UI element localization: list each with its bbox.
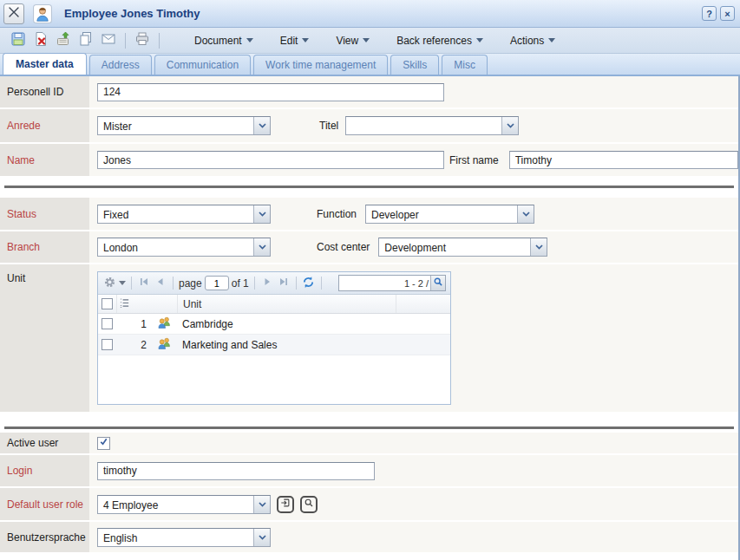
field-label-first-name: First name	[449, 154, 499, 166]
menu-document[interactable]: Document	[193, 32, 255, 49]
previous-page-button[interactable]	[154, 277, 167, 290]
field-label-name: Name	[0, 144, 89, 176]
search-icon	[433, 277, 443, 290]
row-number: 2	[116, 335, 151, 355]
cost-center-select[interactable]: Development	[378, 238, 547, 257]
unit-row-marketing-and-sales[interactable]: 2 Marketing and Sales	[98, 335, 450, 355]
field-label-status: Status	[0, 198, 89, 230]
titlebar-close-button[interactable]: ×	[720, 6, 735, 21]
tab-bar: Master data Address Communication Work t…	[0, 54, 740, 76]
benutzersprache-select[interactable]: English	[97, 528, 271, 547]
default-user-role-select[interactable]: 4 Employee	[97, 495, 271, 514]
chevron-down-icon	[253, 117, 270, 134]
unit-name: Marketing and Sales	[177, 335, 396, 355]
record-range: 1 - 2 /	[339, 278, 430, 289]
form-row-name: Name First name	[0, 144, 738, 176]
titel-select[interactable]	[345, 116, 519, 135]
caret-down-icon	[119, 281, 126, 285]
anrede-select[interactable]: Mister	[97, 116, 271, 135]
toolbar-divider	[173, 277, 174, 290]
menu-actions[interactable]: Actions	[508, 32, 557, 49]
refresh-button[interactable]	[302, 277, 316, 290]
last-page-button[interactable]	[277, 277, 291, 290]
row-checkbox[interactable]	[102, 318, 113, 329]
caret-down-icon	[246, 38, 253, 42]
search-role-button[interactable]	[300, 496, 318, 513]
form-row-status: Status Fixed Function Developer	[0, 198, 738, 230]
select-all-checkbox[interactable]	[102, 298, 113, 309]
menu-bar: Document Edit View Back references Actio…	[193, 32, 557, 49]
search-icon	[304, 498, 314, 511]
goto-icon	[280, 498, 291, 511]
form-row-personell-id: Personell ID	[0, 76, 738, 107]
print-icon	[134, 30, 151, 50]
unit-table-toolbar: page of 1 1 - 2 /	[98, 272, 450, 295]
chevron-down-icon	[501, 117, 518, 134]
gear-icon	[103, 276, 116, 291]
goto-role-button[interactable]	[277, 496, 294, 513]
toolbar-divider	[321, 277, 322, 290]
row-order-icon	[119, 297, 130, 311]
active-user-checkbox[interactable]	[97, 437, 110, 450]
last-page-icon	[278, 277, 289, 290]
employee-avatar-icon	[33, 4, 52, 23]
checkin-button[interactable]	[52, 31, 75, 50]
window-close-button[interactable]	[3, 3, 24, 24]
refresh-icon	[302, 276, 315, 291]
section-divider-block	[0, 413, 738, 433]
toolbar-divider	[125, 33, 126, 49]
window-title: Employee Jones Timothy	[64, 7, 200, 20]
form-row-anrede: Anrede Mister Titel	[0, 109, 738, 142]
copy-button[interactable]	[75, 31, 97, 50]
table-settings-button[interactable]	[102, 277, 116, 290]
tab-communication[interactable]: Communication	[154, 55, 251, 75]
unit-row-cambridge[interactable]: 1 Cambridge	[98, 314, 450, 335]
first-page-button[interactable]	[137, 277, 151, 290]
function-select[interactable]: Developer	[365, 205, 534, 224]
help-button[interactable]: ?	[702, 6, 717, 21]
checkin-icon	[55, 30, 72, 50]
page-number-input[interactable]	[205, 276, 229, 290]
row-checkbox[interactable]	[102, 339, 113, 350]
tab-master-data[interactable]: Master data	[3, 53, 87, 75]
field-label-titel: Titel	[319, 120, 338, 132]
field-label-cost-center: Cost center	[317, 241, 370, 253]
mail-icon	[100, 30, 117, 50]
form-row-active-user: Active user	[0, 433, 738, 453]
delete-button[interactable]	[29, 31, 52, 50]
personell-id-input[interactable]	[97, 83, 444, 101]
name-input[interactable]	[97, 151, 444, 169]
title-bar: Employee Jones Timothy ? ×	[0, 0, 740, 28]
unit-table-empty-area	[98, 355, 450, 404]
row-number: 1	[116, 314, 151, 334]
unit-column-header[interactable]: Unit	[177, 295, 396, 313]
table-search-input[interactable]: 1 - 2 /	[338, 275, 446, 291]
next-page-button[interactable]	[260, 277, 274, 290]
tab-misc[interactable]: Misc	[442, 55, 488, 75]
delete-document-icon	[32, 30, 49, 50]
save-button[interactable]	[7, 31, 29, 50]
first-name-input[interactable]	[509, 151, 738, 169]
tab-address[interactable]: Address	[89, 55, 152, 75]
caret-down-icon	[302, 38, 309, 42]
page-of-label: of 1	[232, 277, 249, 290]
mail-button[interactable]	[97, 31, 120, 50]
unit-name: Cambridge	[177, 314, 396, 334]
chevron-down-icon	[517, 205, 534, 223]
status-select[interactable]: Fixed	[97, 205, 271, 224]
caret-down-icon	[363, 38, 370, 42]
menu-back-references[interactable]: Back references	[395, 32, 485, 49]
form-row-login: Login	[0, 455, 738, 486]
field-label-function: Function	[317, 208, 357, 220]
branch-select[interactable]: London	[97, 238, 271, 257]
form-row-benutzersprache: Benutzersprache English	[0, 522, 738, 552]
menu-edit[interactable]: Edit	[278, 32, 311, 49]
field-label-personell-id: Personell ID	[0, 76, 89, 107]
table-search-button[interactable]	[430, 276, 445, 290]
login-input[interactable]	[97, 462, 375, 480]
tab-skills[interactable]: Skills	[390, 55, 439, 75]
section-divider	[4, 427, 734, 429]
menu-view[interactable]: View	[334, 32, 371, 49]
tab-work-time-management[interactable]: Work time management	[253, 55, 388, 75]
print-button[interactable]	[131, 31, 154, 50]
